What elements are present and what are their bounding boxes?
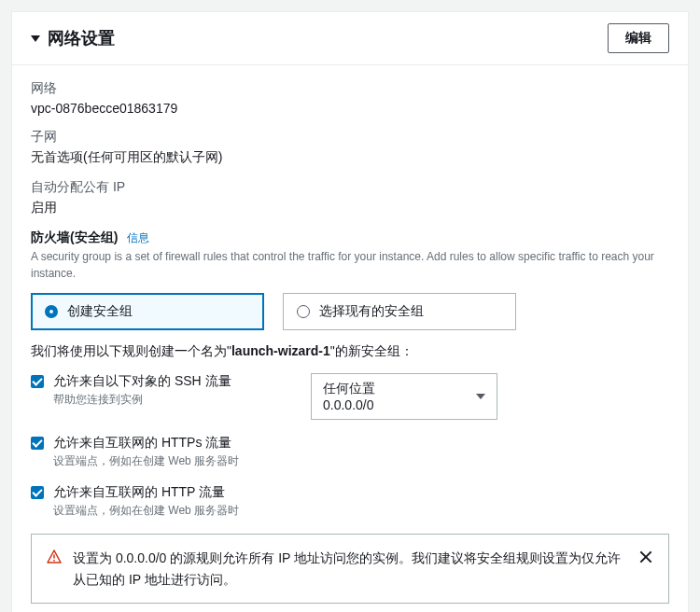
rule-ssh: 允许来自以下对象的 SSH 流量 帮助您连接到实例 任何位置 0.0.0.0/0: [31, 373, 669, 420]
rule-http: 允许来自互联网的 HTTP 流量 设置端点，例如在创建 Web 服务器时: [31, 484, 669, 519]
rule-https: 允许来自互联网的 HTTPs 流量 设置端点，例如在创建 Web 服务器时: [31, 435, 669, 469]
panel-title: 网络设置: [48, 27, 115, 49]
edit-button[interactable]: 编辑: [608, 23, 669, 53]
https-sub: 设置端点，例如在创建 Web 服务器时: [53, 453, 669, 469]
radio-icon: [297, 305, 310, 318]
panel-header: 网络设置 编辑: [12, 12, 688, 65]
caret-down-icon: [31, 35, 40, 42]
radio-icon: [45, 305, 58, 318]
subnet-value: 无首选项(任何可用区的默认子网): [31, 149, 669, 166]
warning-alert: 设置为 0.0.0.0/0 的源规则允许所有 IP 地址访问您的实例。我们建议将…: [31, 534, 669, 604]
network-label: 网络: [31, 80, 669, 97]
svg-point-1: [53, 560, 55, 562]
field-subnet: 子网 无首选项(任何可用区的默认子网): [31, 129, 669, 166]
network-settings-panel: 网络设置 编辑 网络 vpc-0876becce01863179 子网 无首选项…: [11, 11, 689, 612]
firewall-title: 防火墙(安全组): [31, 230, 118, 244]
close-icon[interactable]: [638, 549, 653, 564]
radio-select-existing-sg[interactable]: 选择现有的安全组: [283, 293, 516, 330]
ssh-source-value: 0.0.0.0/0: [323, 396, 375, 413]
checkbox-http[interactable]: [31, 486, 44, 499]
chevron-down-icon: [476, 394, 485, 399]
http-sub: 设置端点，例如在创建 Web 服务器时: [53, 503, 669, 519]
ssh-label: 允许来自以下对象的 SSH 流量: [53, 373, 273, 390]
radio-create-label: 创建安全组: [67, 303, 133, 320]
network-value: vpc-0876becce01863179: [31, 101, 669, 116]
radio-existing-label: 选择现有的安全组: [319, 303, 424, 320]
info-link[interactable]: 信息: [127, 231, 149, 244]
ssh-source-select[interactable]: 任何位置 0.0.0.0/0: [311, 373, 497, 420]
panel-title-toggle[interactable]: 网络设置: [31, 27, 115, 49]
field-network: 网络 vpc-0876becce01863179: [31, 80, 669, 116]
warning-icon: [47, 549, 62, 564]
radio-create-sg[interactable]: 创建安全组: [31, 293, 264, 330]
subnet-label: 子网: [31, 129, 669, 146]
panel-body: 网络 vpc-0876becce01863179 子网 无首选项(任何可用区的默…: [12, 65, 688, 612]
ssh-sub: 帮助您连接到实例: [53, 392, 273, 408]
rule-creation-desc: 我们将使用以下规则创建一个名为"launch-wizard-1"的新安全组：: [31, 343, 669, 360]
checkbox-ssh[interactable]: [31, 375, 44, 388]
firewall-section: 防火墙(安全组) 信息 A security group is a set of…: [31, 230, 669, 604]
http-label: 允许来自互联网的 HTTP 流量: [53, 484, 669, 501]
auto-ip-label: 自动分配公有 IP: [31, 179, 669, 196]
field-auto-ip: 自动分配公有 IP 启用: [31, 179, 669, 216]
https-label: 允许来自互联网的 HTTPs 流量: [53, 435, 669, 452]
alert-text: 设置为 0.0.0.0/0 的源规则允许所有 IP 地址访问您的实例。我们建议将…: [73, 548, 627, 590]
checkbox-https[interactable]: [31, 437, 44, 450]
ssh-source-label: 任何位置: [323, 380, 375, 396]
security-group-radio-row: 创建安全组 选择现有的安全组: [31, 293, 669, 330]
firewall-desc: A security group is a set of firewall ru…: [31, 248, 669, 282]
auto-ip-value: 启用: [31, 200, 669, 216]
